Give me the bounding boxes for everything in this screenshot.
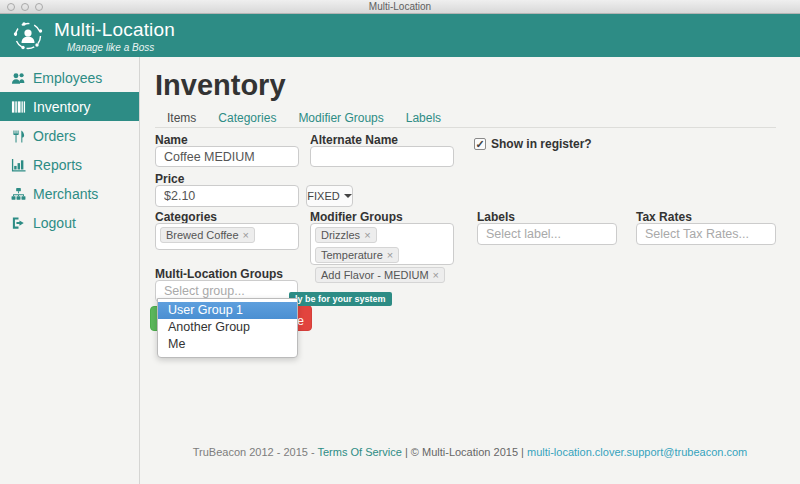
- app-name: Multi-Location: [54, 19, 175, 41]
- footer: TruBeacon 2012 - 2015 - Terms Of Service…: [140, 446, 800, 458]
- categories-label: Categories: [155, 210, 217, 224]
- support-email-link[interactable]: multi-location.clover.support@trubeacon.…: [527, 446, 747, 458]
- name-label: Name: [155, 133, 188, 147]
- tab-divider: [155, 127, 776, 128]
- app-header: Multi-Location Manage like a Boss: [0, 14, 800, 57]
- remove-tag-icon[interactable]: [243, 229, 249, 241]
- terms-of-service-link[interactable]: Terms Of Service: [318, 446, 402, 458]
- alternate-name-input[interactable]: [310, 146, 454, 167]
- modifier-tag: Add Flavor - MEDIUM: [315, 267, 445, 283]
- modifier-tag: Temperature: [315, 247, 399, 263]
- tax-rates-select-input[interactable]: [636, 223, 776, 245]
- app-window: Multi-Location Multi-Location Manage lik…: [0, 0, 800, 484]
- show-in-register-label: Show in register?: [491, 137, 592, 151]
- multi-location-groups-label: Multi-Location Groups: [155, 267, 283, 281]
- sidebar: Employees Inventory Orders: [0, 57, 140, 484]
- remove-tag-icon[interactable]: [364, 229, 370, 241]
- sidebar-item-merchants[interactable]: Merchants: [0, 179, 139, 208]
- users-icon: [11, 71, 26, 85]
- footer-copyright: TruBeacon 2012 - 2015 -: [193, 446, 318, 458]
- inventory-tabs: Items Categories Modifier Groups Labels: [167, 111, 441, 125]
- mac-titlebar: Multi-Location: [0, 0, 800, 14]
- sidebar-item-reports[interactable]: Reports: [0, 150, 139, 179]
- app-tagline: Manage like a Boss: [67, 42, 175, 53]
- tax-rates-label: Tax Rates: [636, 210, 692, 224]
- sidebar-item-orders[interactable]: Orders: [0, 121, 139, 150]
- sidebar-item-label: Inventory: [33, 99, 91, 115]
- price-input[interactable]: [155, 185, 299, 207]
- tab-items[interactable]: Items: [167, 111, 196, 125]
- modifier-tag: Drizzles: [315, 227, 377, 243]
- show-in-register-checkbox[interactable]: [474, 138, 486, 150]
- system-tooltip: ly be for your system: [289, 292, 392, 306]
- sidebar-item-label: Merchants: [33, 186, 98, 202]
- sidebar-item-label: Orders: [33, 128, 76, 144]
- remove-tag-icon[interactable]: [387, 249, 393, 261]
- sidebar-item-label: Reports: [33, 157, 82, 173]
- group-dropdown-menu: User Group 1 Another Group Me: [157, 298, 298, 358]
- alternate-name-label: Alternate Name: [310, 133, 398, 147]
- multi-location-logo-icon: [11, 19, 45, 53]
- labels-label: Labels: [477, 210, 515, 224]
- page-title: Inventory: [155, 69, 286, 102]
- main-content: Inventory Items Categories Modifier Grou…: [140, 57, 800, 484]
- category-tag: Brewed Coffee: [160, 227, 255, 243]
- labels-select-input[interactable]: [477, 223, 617, 245]
- dropdown-option-another-group[interactable]: Another Group: [158, 319, 297, 336]
- bar-chart-icon: [11, 158, 26, 172]
- tab-categories[interactable]: Categories: [218, 111, 276, 125]
- modifier-groups-label: Modifier Groups: [310, 210, 403, 224]
- dropdown-option-user-group-1[interactable]: User Group 1: [158, 302, 297, 319]
- price-label: Price: [155, 172, 184, 186]
- window-title: Multi-Location: [0, 0, 800, 14]
- sidebar-item-employees[interactable]: Employees: [0, 63, 139, 92]
- sidebar-item-logout[interactable]: Logout: [0, 208, 139, 237]
- name-input[interactable]: [155, 146, 299, 167]
- tab-modifier-groups[interactable]: Modifier Groups: [298, 111, 383, 125]
- inventory-icon: [11, 100, 26, 114]
- chevron-down-icon: [344, 194, 352, 198]
- price-mode-button[interactable]: FIXED: [306, 185, 353, 207]
- categories-tagbox[interactable]: Brewed Coffee: [155, 223, 299, 250]
- logout-icon: [11, 216, 26, 230]
- sidebar-item-label: Logout: [33, 215, 76, 231]
- tab-labels[interactable]: Labels: [406, 111, 441, 125]
- sidebar-item-inventory[interactable]: Inventory: [0, 92, 139, 121]
- sitemap-icon: [11, 187, 26, 201]
- sidebar-item-label: Employees: [33, 70, 102, 86]
- modifier-groups-tagbox[interactable]: DrizzlesTemperatureAdd Flavor - MEDIUM: [310, 223, 454, 265]
- dropdown-option-me[interactable]: Me: [158, 336, 297, 353]
- price-mode-label: FIXED: [307, 190, 339, 202]
- remove-tag-icon[interactable]: [433, 269, 439, 281]
- footer-middle-text: | © Multi-Location 2015 |: [402, 446, 527, 458]
- cutlery-icon: [11, 129, 26, 143]
